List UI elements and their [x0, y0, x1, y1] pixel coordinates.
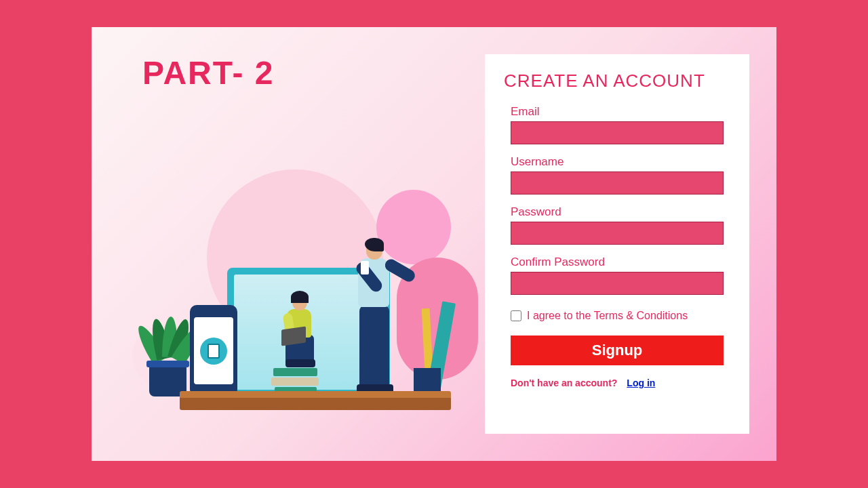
- signup-card: PART- 2: [92, 27, 776, 461]
- desk-icon: [180, 396, 451, 410]
- login-link[interactable]: Log in: [627, 378, 655, 388]
- confirm-password-label: Confirm Password: [511, 256, 724, 269]
- email-label: Email: [511, 105, 724, 119]
- confirm-password-field[interactable]: [511, 272, 724, 295]
- person-sitting-icon: [276, 293, 323, 371]
- part-title: PART- 2: [142, 54, 471, 92]
- signup-form: CREATE AN ACCOUNT Email Username Passwor…: [485, 54, 749, 434]
- phone-icon: [190, 305, 237, 396]
- signup-button[interactable]: Signup: [511, 336, 724, 365]
- password-label: Password: [511, 205, 724, 219]
- terms-label: I agree to the Terms & Conditions: [527, 310, 688, 322]
- password-field[interactable]: [511, 222, 724, 245]
- username-label: Username: [511, 155, 724, 169]
- username-field[interactable]: [511, 171, 724, 195]
- hero-illustration: [119, 163, 471, 434]
- hero-panel: PART- 2: [92, 27, 485, 461]
- form-title: CREATE AN ACCOUNT: [504, 70, 730, 92]
- terms-checkbox[interactable]: [511, 310, 521, 321]
- footer-text: Don't have an account?: [511, 378, 617, 388]
- person-standing-icon: [346, 241, 407, 396]
- email-field[interactable]: [511, 121, 724, 144]
